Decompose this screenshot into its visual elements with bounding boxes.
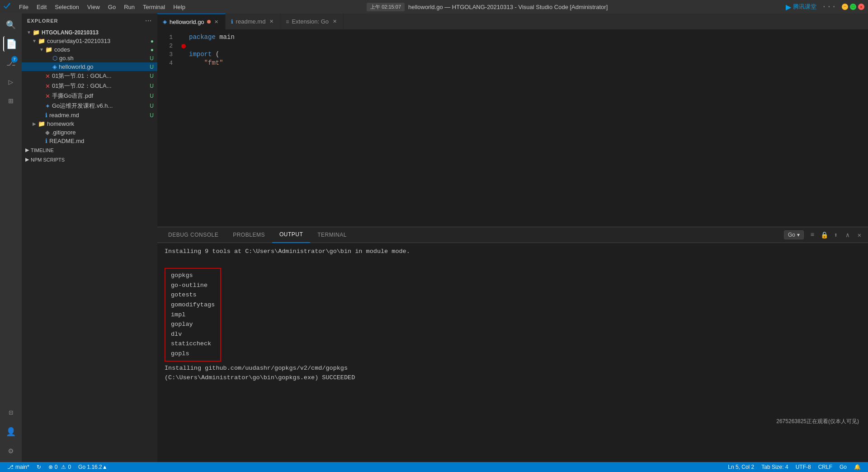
tree-item-01[interactable]: ▶ ✕ 01第一节.01：GOLA... U [22, 71, 157, 81]
status-line-ending[interactable]: CRLF [815, 462, 836, 472]
source-control-icon[interactable]: ⎇ 7 [3, 55, 19, 71]
title-bar-right: ▶ 腾讯课堂 ··· − □ ✕ [786, 2, 864, 11]
helloworld-status: U [150, 64, 157, 70]
panel-tab-terminal[interactable]: TERMINAL [310, 227, 354, 243]
panel-lock-icon[interactable]: 🔒 [819, 230, 829, 240]
line-content-4: "fmt" [187, 59, 868, 67]
tab-extension-go[interactable]: ≡ Extension: Go ✕ [280, 14, 344, 29]
status-position[interactable]: Ln 5, Col 2 [724, 462, 758, 472]
output-content[interactable]: Installing 9 tools at C:\Users\Administr… [157, 243, 868, 462]
account-icon[interactable]: 👤 [3, 424, 19, 439]
status-sync[interactable]: ↻ [33, 462, 45, 472]
timeline-header[interactable]: ▶ TIMELINE [22, 145, 157, 155]
run-icon[interactable]: ▷ [3, 74, 19, 90]
readme-inner-status: U [150, 112, 157, 119]
tab-ext-icon: ≡ [286, 19, 289, 25]
more-options-icon[interactable]: ··· [822, 2, 836, 11]
explorer-icon[interactable]: 📄 [3, 36, 19, 52]
tree-item-readme-root[interactable]: ▶ ℹ README.md [22, 137, 157, 145]
window-title: helloworld.go — HTGOLANG-20210313 - Visu… [408, 4, 608, 10]
notifications-icon: 🔔 [854, 464, 861, 470]
status-go-version[interactable]: Go 1.16.2▲ [75, 462, 111, 472]
menu-help[interactable]: Help [170, 3, 189, 11]
tab-readme-icon: ℹ [231, 19, 233, 25]
tree-item-readme-inner[interactable]: ▶ ℹ readme.md U [22, 111, 157, 119]
panel-tab-problems[interactable]: PROBLEMS [226, 227, 272, 243]
tab-helloworld[interactable]: ◈ helloworld.go ✕ [157, 14, 226, 29]
panel-close-icon[interactable]: ✕ [854, 230, 864, 240]
main-layout: 🔍 📄 ⎇ 7 ▷ ⊞ ⊡ 👤 ⚙ EXPLORER ··· ▼ 📁 [0, 14, 868, 462]
window-controls: − □ ✕ [842, 4, 864, 10]
panel-move-icon[interactable]: ⬆ [831, 230, 841, 240]
tree-item-02[interactable]: ▶ ✕ 01第一节.02：GOLA... U [22, 81, 157, 91]
menu-file[interactable]: File [15, 3, 32, 11]
readme-root-name: README.md [49, 138, 157, 144]
remote-icon[interactable]: ⊡ [3, 405, 19, 420]
status-notifications[interactable]: 🔔 [850, 462, 864, 472]
gitignore-name: .gitignore [52, 129, 157, 136]
status-language[interactable]: Go [836, 462, 850, 472]
menu-view[interactable]: View [84, 3, 104, 11]
panel-tab-debug[interactable]: DEBUG CONSOLE [161, 227, 226, 243]
tree-item-pdf[interactable]: ▶ ✕ 手撕Go语言.pdf U [22, 91, 157, 101]
tree-item-gitignore[interactable]: ▶ ◆ .gitignore [22, 128, 157, 137]
pdf-icon-2: ✕ [45, 83, 50, 90]
code-line-4: 4 "fmt" [157, 59, 868, 67]
tab-close-helloworld[interactable]: ✕ [213, 19, 220, 25]
status-encoding[interactable]: UTF-8 [792, 462, 815, 472]
course-folder-name: course\day01-20210313 [47, 38, 151, 44]
tool-staticcheck: staticcheck [171, 339, 215, 349]
tab-readme[interactable]: ℹ readme.md ✕ [226, 14, 281, 29]
file-01-status: U [150, 73, 157, 79]
tree-item-go-ops[interactable]: ▶ ✦ Go运维开发课程.v6.h... U [22, 101, 157, 111]
tree-item-codes[interactable]: ▼ 📁 codes ● [22, 45, 157, 54]
output-install-header: Installing 9 tools at C:\Users\Administr… [165, 247, 861, 257]
close-button[interactable]: ✕ [858, 4, 864, 10]
npm-scripts-header[interactable]: ▶ NPM SCRIPTS [22, 155, 157, 164]
tab-close-readme[interactable]: ✕ [268, 19, 274, 25]
tree-item-course[interactable]: ▼ 📁 course\day01-20210313 ● [22, 37, 157, 45]
sidebar-sections: ▶ TIMELINE ▶ NPM SCRIPTS [22, 145, 157, 164]
tab-close-ext[interactable]: ✕ [331, 19, 338, 25]
maximize-button[interactable]: □ [850, 4, 856, 10]
panel-maximize-icon[interactable]: ∧ [843, 230, 853, 240]
status-tab-size[interactable]: Tab Size: 4 [758, 462, 792, 472]
homework-arrow-icon: ▶ [31, 121, 38, 126]
tree-item-homework[interactable]: ▶ 📁 homework [22, 119, 157, 128]
search-sidebar-icon[interactable]: 🔍 [3, 17, 19, 33]
menu-edit[interactable]: Edit [33, 3, 50, 11]
activity-bar-bottom: ⊡ 👤 ⚙ [3, 405, 19, 462]
tree-item-helloworld[interactable]: ▶ ◈ helloworld.go U [22, 62, 157, 71]
error-icon: ⊗ [48, 464, 53, 470]
minimize-button[interactable]: − [842, 4, 848, 10]
tree-root-folder[interactable]: ▼ 📁 HTGOLANG-20210313 [22, 28, 157, 37]
menu-selection[interactable]: Selection [51, 3, 82, 11]
panel-tab-output[interactable]: OUTPUT [272, 227, 310, 243]
settings-icon[interactable]: ⚙ [3, 443, 19, 458]
status-branch[interactable]: ⎇ main* [4, 462, 33, 472]
go-ops-file-icon: ✦ [45, 103, 50, 110]
pdf-file-name: 手撕Go语言.pdf [52, 92, 150, 100]
sidebar: EXPLORER ··· ▼ 📁 HTGOLANG-20210313 ▼ 📁 c… [22, 14, 157, 462]
sidebar-options-icon[interactable]: ··· [145, 17, 152, 24]
status-errors[interactable]: ⊗ 0 ⚠ 0 [45, 462, 75, 472]
gosh-file-name: go.sh [59, 55, 150, 62]
code-editor[interactable]: 1 package main 2 3 [157, 29, 868, 227]
course-status: ● [151, 38, 157, 44]
tool-gomodifytags: gomodifytags [171, 300, 215, 310]
tree-item-gosh[interactable]: ▶ ⬡ go.sh U [22, 54, 157, 62]
sidebar-header: EXPLORER ··· [22, 14, 157, 28]
file-02-name: 01第一节.02：GOLA... [52, 82, 150, 90]
tool-gopkgs: gopkgs [171, 271, 215, 281]
extensions-icon[interactable]: ⊞ [3, 93, 19, 109]
panel-list-icon[interactable]: ≡ [807, 230, 817, 240]
menu-terminal[interactable]: Terminal [139, 3, 169, 11]
code-line-2: 2 [157, 42, 868, 50]
menu-go[interactable]: Go [104, 3, 119, 11]
npm-arrow-icon: ▶ [25, 157, 29, 162]
gitignore-icon: ◆ [45, 129, 50, 136]
output-channel-dropdown[interactable]: Go ▾ [784, 230, 804, 239]
activity-bar: 🔍 📄 ⎇ 7 ▷ ⊞ ⊡ 👤 ⚙ [0, 14, 22, 462]
menu-run[interactable]: Run [120, 3, 138, 11]
tool-goplay: goplay [171, 319, 215, 329]
